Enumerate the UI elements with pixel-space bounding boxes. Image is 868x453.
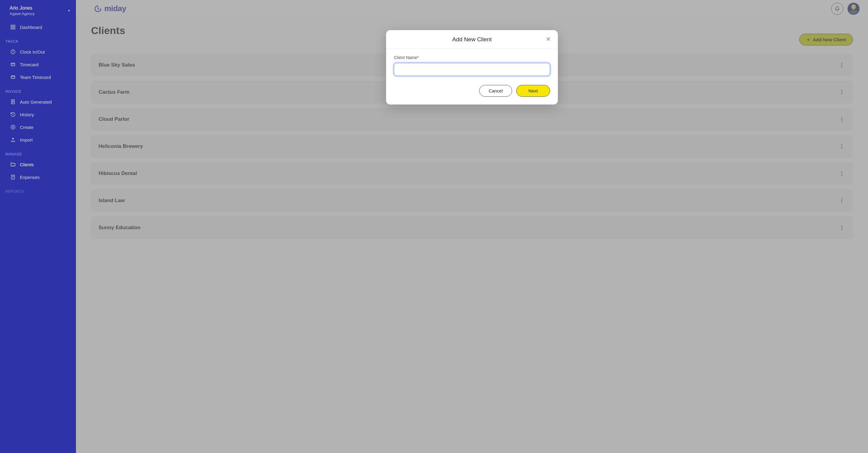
history-icon xyxy=(10,112,16,117)
sidebar-item-expenses[interactable]: Expenses xyxy=(0,171,76,184)
upload-icon xyxy=(10,137,16,142)
modal-close-button[interactable]: ✕ xyxy=(545,36,552,43)
user-name: Arlo Jones xyxy=(10,5,35,11)
sidebar-item-dashboard[interactable]: Dashboard xyxy=(0,21,76,33)
sidebar-item-auto-generated[interactable]: Auto Generated xyxy=(0,95,76,108)
section-label-reports: REPORTS xyxy=(0,184,76,195)
caret-down-icon: ▼ xyxy=(67,9,70,12)
svg-rect-3 xyxy=(13,28,15,29)
sidebar-item-timecard[interactable]: Timecard xyxy=(0,58,76,71)
section-label-manage: MANAGE xyxy=(0,146,76,158)
svg-rect-0 xyxy=(11,25,12,27)
folder-icon xyxy=(10,162,16,167)
sidebar-item-label: Auto Generated xyxy=(20,99,52,104)
modal-header: Add New Client ✕ xyxy=(386,30,558,48)
document-icon xyxy=(10,99,16,104)
app-root: Arlo Jones Agave Agency ▼ Dashboard TRAC… xyxy=(0,0,868,453)
sidebar-item-label: History xyxy=(20,112,34,117)
svg-rect-5 xyxy=(11,63,15,66)
sidebar-item-team-timecard[interactable]: Team Timecard xyxy=(0,71,76,84)
dashboard-icon xyxy=(10,24,16,30)
sidebar-item-history[interactable]: History xyxy=(0,108,76,121)
sidebar-item-label: Create xyxy=(20,125,33,130)
sidebar-item-label: Clients xyxy=(20,162,34,167)
user-switcher[interactable]: Arlo Jones Agave Agency ▼ xyxy=(0,3,76,21)
required-mark: * xyxy=(417,55,418,60)
main: miday Clients Add New Client Blue Sky Sa… xyxy=(76,0,868,453)
sidebar-item-import[interactable]: Import xyxy=(0,133,76,146)
section-label-invoice: INVOICE xyxy=(0,84,76,95)
client-name-label: Client Name* xyxy=(394,55,550,60)
client-name-input[interactable] xyxy=(394,63,550,76)
sidebar-item-clock[interactable]: Clock In/Out xyxy=(0,45,76,58)
sidebar-item-create[interactable]: Create xyxy=(0,121,76,133)
add-client-modal: Add New Client ✕ Client Name* Cancel Nex… xyxy=(386,30,558,104)
receipt-icon xyxy=(10,174,16,180)
sidebar-item-clients[interactable]: Clients xyxy=(0,158,76,171)
sidebar-item-label: Import xyxy=(20,137,33,142)
clock-icon xyxy=(10,49,16,55)
sidebar-item-label: Team Timecard xyxy=(20,75,51,80)
team-timecard-icon xyxy=(10,74,16,80)
sidebar-item-label: Clock In/Out xyxy=(20,50,45,55)
svg-rect-2 xyxy=(11,28,12,29)
modal-title: Add New Client xyxy=(453,36,492,43)
sidebar: Arlo Jones Agave Agency ▼ Dashboard TRAC… xyxy=(0,0,76,453)
svg-rect-1 xyxy=(13,25,15,27)
cancel-button[interactable]: Cancel xyxy=(479,85,512,97)
modal-overlay[interactable]: Add New Client ✕ Client Name* Cancel Nex… xyxy=(76,0,868,453)
timecard-icon xyxy=(10,62,16,67)
user-info: Arlo Jones Agave Agency xyxy=(10,5,35,16)
modal-body: Client Name* xyxy=(386,48,558,79)
user-org: Agave Agency xyxy=(10,11,35,16)
plus-circle-icon xyxy=(10,124,16,130)
svg-rect-6 xyxy=(11,76,15,78)
modal-footer: Cancel Next xyxy=(386,79,558,104)
close-icon: ✕ xyxy=(546,36,551,43)
sidebar-item-label: Expenses xyxy=(20,175,40,180)
field-label-text: Client Name xyxy=(394,55,417,60)
next-button[interactable]: Next xyxy=(516,85,550,97)
sidebar-item-label: Timecard xyxy=(20,62,38,67)
section-label-track: TRACK xyxy=(0,33,76,45)
sidebar-item-label: Dashboard xyxy=(20,25,42,30)
